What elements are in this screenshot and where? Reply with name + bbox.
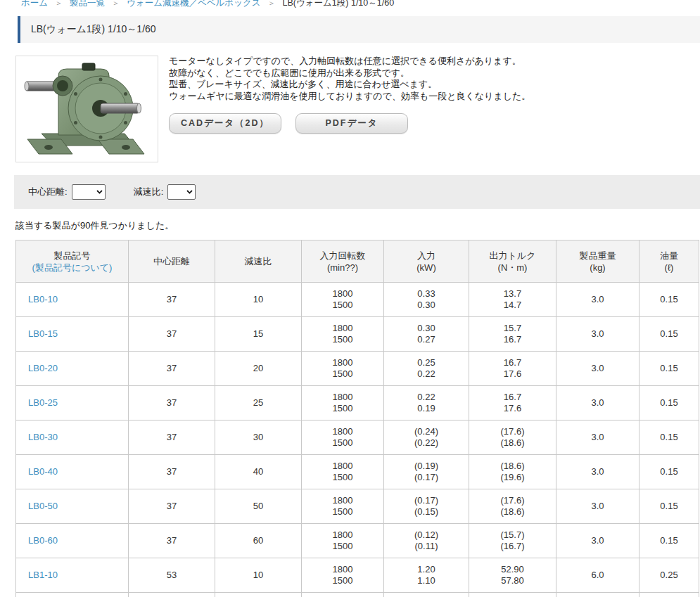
value-line: (19.6) (469, 472, 556, 483)
product-code-link[interactable]: LB0-40 (28, 466, 58, 477)
value-line: 1800 (302, 357, 383, 368)
page-title: LB(ウォーム1段) 1/10～1/60 (18, 16, 700, 43)
ratio-cell (215, 593, 302, 597)
product-description: モーターなしタイプですので、入力軸回転数は任意に選択できる便利さがあります。 故… (169, 56, 530, 102)
header-center-distance: 中心距離 (129, 240, 215, 283)
product-code-link[interactable]: LB0-10 (28, 294, 58, 304)
header-unit: (kW) (384, 262, 469, 274)
breadcrumb-link-product-list[interactable]: 製品一覧 (70, 0, 105, 8)
ratio-cell: 20 (215, 352, 302, 386)
breadcrumb-link-home[interactable]: ホーム (21, 0, 48, 8)
value-line: 1500 (302, 334, 383, 345)
table-body: LB0-10 37 10 1800 1500 0.33 0.30 13.7 14… (16, 283, 699, 597)
product-code-link[interactable]: LB0-20 (28, 363, 58, 373)
product-code-link[interactable]: LB0-25 (28, 397, 58, 408)
value-line: 1800 (302, 426, 383, 437)
ratio-cell: 10 (215, 283, 302, 317)
output-torque-cell: 13.7 14.7 (469, 283, 556, 317)
value-line: (17.6) (469, 426, 556, 437)
center-distance-cell (129, 593, 215, 597)
product-code-link[interactable]: LB0-50 (28, 501, 58, 511)
header-oil: 油量 (ℓ) (639, 240, 699, 283)
header-line: 製品重量 (556, 250, 639, 262)
product-code-cell: LB1-10 (16, 558, 129, 593)
breadcrumb-separator: ＞ (55, 0, 63, 7)
value-line: 52.90 (469, 564, 556, 575)
value-line: (0.22) (384, 437, 469, 449)
header-line: 製品記号 (16, 250, 128, 262)
weight-cell: 3.0 (556, 352, 639, 386)
product-code-link[interactable]: LB0-15 (28, 328, 58, 339)
weight-cell: 3.0 (556, 524, 639, 558)
table-row: LB0-40 37 40 1800 1500 (0.19) (0.17) (18… (16, 455, 699, 489)
weight-cell: 3.0 (556, 489, 639, 524)
input-kw-cell: 0.89 (384, 593, 469, 597)
breadcrumb-separator: ＞ (112, 0, 120, 7)
value-line: 1800 (302, 288, 383, 300)
download-buttons: CADデータ（2D） PDFデータ (169, 113, 530, 134)
product-code-cell: LB0-50 (16, 489, 129, 524)
table-row: LB0-50 37 50 1800 1500 (0.17) (0.15) (17… (16, 489, 699, 524)
table-row: LB0-25 37 25 1800 1500 0.22 0.19 16.7 17… (16, 386, 699, 421)
output-torque-cell: 15.7 16.7 (469, 317, 556, 352)
value-line: (0.15) (384, 506, 469, 518)
input-kw-cell: 0.22 0.19 (384, 386, 469, 421)
header-unit: (min??) (302, 262, 383, 274)
center-distance-cell: 37 (129, 489, 215, 524)
center-distance-cell: 53 (129, 558, 215, 593)
ratio-cell: 60 (215, 524, 302, 558)
value-line: 0.22 (384, 368, 469, 380)
value-line: 0.19 (384, 403, 469, 414)
value-line: (0.19) (384, 461, 469, 472)
description-line: モーターなしタイプですので、入力軸回転数は任意に選択できる便利さがあります。 (169, 56, 530, 68)
value-line: (18.6) (469, 461, 556, 472)
value-line: (0.17) (384, 472, 469, 483)
weight-cell: 3.0 (556, 283, 639, 317)
ratio-select[interactable] (167, 184, 196, 200)
product-image (15, 56, 158, 162)
pdf-data-button[interactable]: PDFデータ (295, 113, 408, 134)
product-code-cell: LB0-60 (16, 524, 129, 558)
value-line: 13.7 (469, 288, 556, 300)
product-code-link[interactable]: LB0-60 (28, 535, 58, 546)
header-line: 入力 (384, 250, 469, 262)
value-line: 14.7 (469, 300, 556, 311)
ratio-cell: 40 (215, 455, 302, 489)
table-row: 1800 0.89 55.90 (16, 593, 699, 597)
oil-cell: 0.15 (639, 455, 699, 489)
input-rpm-cell: 1800 1500 (302, 352, 384, 386)
value-line: 0.27 (384, 334, 469, 345)
product-code-link[interactable]: LB0-30 (28, 432, 58, 442)
breadcrumb-link-worm-gear-category[interactable]: ウォーム減速機／ベベルボックス (127, 0, 260, 8)
oil-cell: 0.15 (639, 421, 699, 455)
header-input-kw: 入力 (kW) (384, 240, 469, 283)
value-line: 1500 (302, 437, 383, 449)
value-line: 1800 (302, 495, 383, 506)
product-code-cell: LB0-40 (16, 455, 129, 489)
output-torque-cell: 55.90 (469, 593, 556, 597)
product-code-info-link[interactable]: (製品記号について) (32, 262, 113, 273)
value-line: 0.30 (384, 300, 469, 311)
weight-cell: 3.0 (556, 386, 639, 421)
center-distance-cell: 37 (129, 283, 215, 317)
input-rpm-cell: 1800 1500 (302, 283, 384, 317)
ratio-cell: 10 (215, 558, 302, 593)
weight-cell: 6.0 (556, 558, 639, 593)
result-count-text: 該当する製品が90件見つかりました。 (15, 219, 700, 232)
product-code-link[interactable]: LB1-10 (28, 570, 58, 580)
center-distance-select[interactable] (72, 184, 106, 200)
value-line: (18.6) (469, 506, 556, 518)
oil-cell: 0.25 (639, 558, 699, 593)
header-unit: (N・m) (469, 262, 556, 274)
input-kw-cell: 1.20 1.10 (384, 558, 469, 593)
input-kw-cell: (0.19) (0.17) (384, 455, 469, 489)
value-line: 1500 (302, 403, 383, 414)
value-line: (15.7) (469, 529, 556, 541)
breadcrumb-current: LB(ウォーム1段) 1/10～1/60 (283, 0, 395, 8)
output-torque-cell: 52.90 57.80 (469, 558, 556, 593)
center-distance-filter: 中心距離: (28, 184, 106, 200)
ratio-cell: 50 (215, 489, 302, 524)
table-row: LB0-20 37 20 1800 1500 0.25 0.22 16.7 17… (16, 352, 699, 386)
oil-cell: 0.15 (639, 352, 699, 386)
cad-data-button[interactable]: CADデータ（2D） (169, 113, 281, 134)
